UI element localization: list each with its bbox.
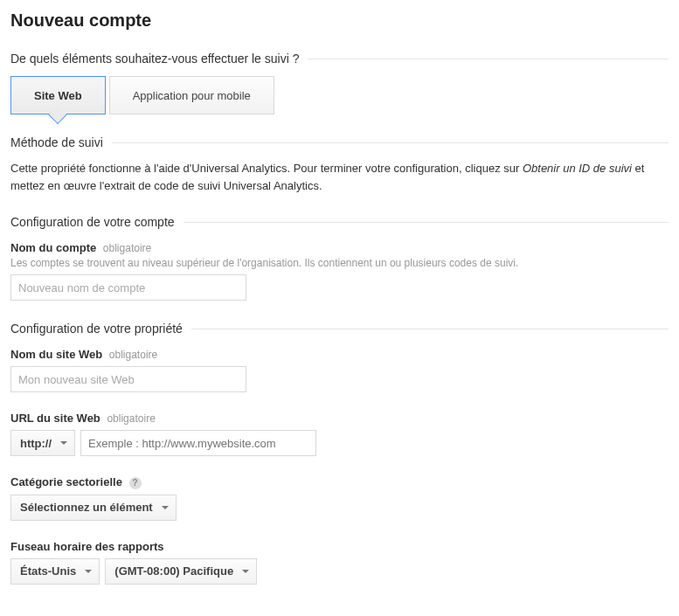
website-name-label: Nom du site Web obligatoire: [10, 348, 669, 361]
account-config-label: Configuration de votre compte: [10, 215, 184, 229]
country-value: États-Unis: [20, 564, 76, 578]
help-icon[interactable]: ?: [129, 477, 142, 489]
url-scheme-dropdown[interactable]: http://: [10, 430, 75, 456]
tracking-method-description: Cette propriété fonctionne à l'aide d'Un…: [10, 160, 669, 194]
required-indicator: obligatoire: [103, 242, 151, 254]
website-url-label: URL du site Web obligatoire: [10, 412, 669, 425]
timezone-value: (GMT-08:00) Pacifique: [114, 564, 233, 578]
country-dropdown[interactable]: États-Unis: [10, 558, 100, 585]
account-config-heading: Configuration de votre compte: [10, 215, 669, 229]
tracking-method-heading: Méthode de suivi: [10, 135, 669, 149]
property-config-heading: Configuration de votre propriété: [10, 322, 669, 336]
industry-category-dropdown[interactable]: Sélectionnez un élément: [10, 495, 177, 521]
reporting-timezone-label: Fuseau horaire des rapports: [10, 540, 669, 553]
website-url-input[interactable]: [80, 430, 316, 456]
divider: [184, 222, 669, 223]
tab-mobile-label: Application pour mobile: [133, 89, 251, 102]
industry-category-label: Catégorie sectorielle ?: [10, 475, 669, 489]
method-text-before: Cette propriété fonctionne à l'aide d'Un…: [10, 162, 523, 175]
website-name-input[interactable]: [10, 366, 246, 392]
property-config-label: Configuration de votre propriété: [10, 322, 191, 336]
tracking-type-tabs: Site Web Application pour mobile: [10, 76, 669, 114]
account-name-label: Nom du compte obligatoire: [10, 241, 669, 254]
account-name-hint: Les comptes se trouvent au niveau supéri…: [10, 257, 669, 269]
timezone-dropdown[interactable]: (GMT-08:00) Pacifique: [105, 558, 257, 585]
chevron-down-icon: [85, 570, 92, 573]
chevron-down-icon: [162, 506, 169, 509]
method-text-italic: Obtenir un ID de suivi: [523, 162, 632, 175]
tracking-question-label: De quels éléments souhaitez-vous effectu…: [10, 52, 308, 66]
tracking-method-label: Méthode de suivi: [10, 135, 112, 149]
page-title: Nouveau compte: [10, 10, 669, 31]
chevron-down-icon: [60, 441, 67, 445]
url-scheme-value: http://: [20, 437, 52, 450]
required-indicator: obligatoire: [109, 349, 157, 361]
required-indicator: obligatoire: [107, 412, 155, 425]
tracking-question-heading: De quels éléments souhaitez-vous effectu…: [10, 52, 669, 66]
account-name-input[interactable]: [10, 274, 246, 301]
chevron-down-icon: [242, 570, 249, 573]
tab-mobile-app[interactable]: Application pour mobile: [109, 76, 274, 114]
tab-website-label: Site Web: [34, 89, 82, 102]
industry-category-value: Sélectionnez un élément: [20, 501, 153, 514]
tab-website[interactable]: Site Web: [10, 76, 106, 114]
divider: [308, 59, 669, 59]
divider: [112, 142, 669, 143]
divider: [191, 329, 669, 329]
